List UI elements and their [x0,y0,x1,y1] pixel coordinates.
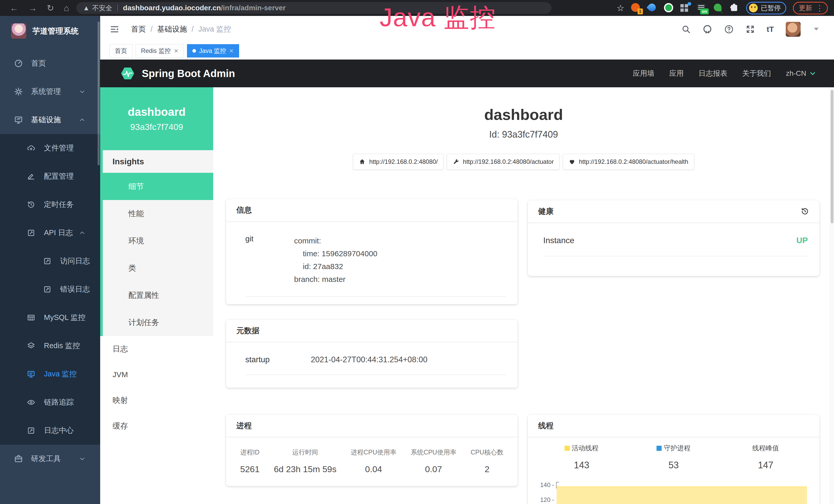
actuator-url-button[interactable]: http://192.168.0.2:48080/actuator [447,154,560,170]
browser-update-button[interactable]: 更新 ⋮ [793,2,828,15]
hamburger-icon[interactable] [109,24,120,35]
sidebar-item-infra[interactable]: 基础设施 [0,106,100,134]
extension-badge-on: on [700,8,709,15]
sidebar-item-config-manage[interactable]: 配置管理 [0,162,100,190]
bookmark-star-icon[interactable]: ☆ [617,3,624,13]
menu-item-metrics[interactable]: 性能 [103,200,213,227]
url-path[interactable]: /infra/admin-server [221,4,286,12]
threads-stat-live: 活动线程 143 [535,444,628,471]
browser-menu-icon[interactable]: ⋮ [816,4,824,13]
menu-item-classes[interactable]: 类 [103,254,213,282]
app-logo-row[interactable]: 芋道管理系统 [0,16,100,42]
app-title: 芋道管理系统 [32,26,79,37]
sidebar-item-file-manage[interactable]: 文件管理 [0,134,100,162]
health-card-title: 健康 [538,206,553,217]
menu-item-details[interactable]: 细节 [100,173,213,200]
extension-icon-5[interactable]: on [697,3,707,13]
extension-icon-2[interactable] [648,3,657,13]
extension-paused-chip[interactable]: 已暂停 [746,2,786,15]
url-domain[interactable]: dashboard.yudao.iocoder.cn [123,4,221,12]
sidebar-item-dev-tools[interactable]: 研发工具 [0,445,100,473]
chevron-up-icon [79,230,85,236]
extension-badge-count: 1 [637,8,643,15]
info-card-title: 信息 [236,205,252,215]
process-col-proc-cpu: 进程CPU使用率 0.04 [351,448,397,474]
fullscreen-icon[interactable] [746,25,755,34]
extensions-puzzle-icon[interactable] [730,3,740,13]
process-col-sys-cpu: 系统CPU使用率 0.07 [411,448,456,474]
extension-icon-6[interactable] [713,3,723,13]
sba-locale-select[interactable]: zh-CN [786,69,816,77]
menu-item-environment[interactable]: 环境 [103,227,213,254]
threads-card: 线程 活动线程 143 守护进程 53 线程峰值 147 [528,415,819,504]
process-col-pid: 进程ID 5261 [240,448,260,474]
search-icon[interactable] [681,25,691,34]
browser-home-icon[interactable]: ⌂ [64,4,69,12]
tab-home[interactable]: 首页 [109,44,133,58]
sidebar-scrollbar[interactable] [97,22,100,165]
menu-item-jvm[interactable]: JVM [100,362,213,387]
sba-brand[interactable]: Spring Boot Admin [120,66,235,81]
service-url-button[interactable]: http://192.168.0.2:48080/ [353,154,444,170]
legend-blue-icon [657,446,662,451]
menu-item-logs[interactable]: 日志 [100,336,213,362]
heart-icon [569,158,575,165]
close-icon[interactable] [229,48,234,53]
menu-item-caches[interactable]: 缓存 [100,413,213,439]
tab-java-monitor[interactable]: Java 监控 [187,44,239,58]
sidebar-item-scheduled-jobs[interactable]: 定时任务 [0,190,100,219]
help-icon[interactable] [724,24,734,34]
info-card: 信息 git commit: time: 1596289704000 id: 2… [226,199,518,304]
table-icon [27,314,36,322]
content-scrollbar[interactable] [830,87,834,504]
sidebar-item-access-log[interactable]: 访问日志 [0,247,100,275]
process-col-cores: CPU核心数 2 [470,448,503,474]
menu-item-config-props[interactable]: 配置属性 [103,282,213,309]
close-icon[interactable] [174,48,178,53]
sba-nav-journal[interactable]: 日志报表 [699,69,727,78]
breadcrumb-infra[interactable]: 基础设施 [157,24,187,35]
sidebar-item-log-center[interactable]: 日志中心 [0,416,100,445]
health-url-button[interactable]: http://192.168.0.2:48080/actuator/health [563,154,694,170]
tab-bar: 首页 Redis 监控 Java 监控 [100,42,834,60]
extension-icon-4[interactable] [680,3,690,13]
gauge-icon [14,59,23,68]
sidebar-item-system[interactable]: 系统管理 [0,77,100,106]
sidebar-item-java-monitor[interactable]: Java 监控 [0,360,100,388]
tab-redis-monitor[interactable]: Redis 监控 [136,44,184,58]
sba-nav-applications[interactable]: 应用 [670,69,684,78]
menu-item-scheduled-tasks[interactable]: 计划任务 [103,309,213,336]
browser-reload-icon[interactable]: ↻ [47,4,54,12]
scrollbar-thumb[interactable] [831,90,833,223]
security-label[interactable]: 不安全 [92,4,112,13]
divider [117,5,118,11]
font-size-icon[interactable]: tT [767,25,774,33]
sidebar-item-api-log[interactable]: API 日志 [0,219,100,247]
instance-header[interactable]: dashboard 93a3fc7f7409 [100,87,213,150]
browser-back-icon[interactable]: ← [10,4,19,12]
page-instance-id: Id: 93a3fc7f7409 [213,129,834,140]
avatar-caret-icon[interactable] [814,28,818,30]
main-area: 首页 / 基础设施 / Java 监控 tT 首页 [100,16,834,504]
browser-forward-icon[interactable]: → [28,4,37,12]
chevron-up-icon [79,117,85,123]
github-icon[interactable] [702,24,712,34]
menu-item-mappings[interactable]: 映射 [100,387,213,413]
extension-icon-1[interactable]: 1 [631,3,641,13]
briefcase-icon [14,455,23,463]
history-icon[interactable] [800,207,809,216]
extension-icon-3[interactable] [664,3,674,13]
process-card: 进程 进程ID 5261 运行时间 6d 23h 15m 59s 进程CPU使用… [226,415,518,486]
update-label: 更新 [799,4,812,13]
breadcrumb-home[interactable]: 首页 [131,24,146,35]
sidebar-item-error-log[interactable]: 错误日志 [0,275,100,303]
threads-stat-peak: 线程峰值 147 [720,444,812,471]
app-logo [11,23,27,39]
sidebar-item-home[interactable]: 首页 [0,49,100,77]
sba-nav-wallboard[interactable]: 应用墙 [633,69,655,78]
sidebar-item-mysql-monitor[interactable]: MySQL 监控 [0,303,100,332]
user-avatar[interactable] [786,22,800,37]
sidebar-item-tracing[interactable]: 链路追踪 [0,388,100,416]
sidebar-item-redis-monitor[interactable]: Redis 监控 [0,332,100,360]
sba-nav-about[interactable]: 关于我们 [742,69,771,78]
